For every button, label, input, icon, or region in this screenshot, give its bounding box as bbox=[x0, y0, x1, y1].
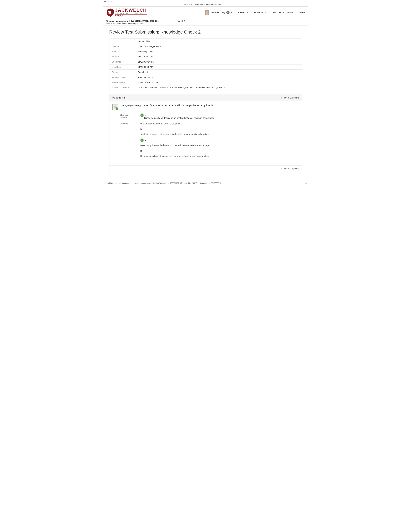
breadcrumb-course[interactable]: Financial Management II JWI531006JWONL-1… bbox=[106, 20, 159, 22]
svg-point-6 bbox=[206, 11, 208, 13]
question-block-1: Question 1 0.4 out of 0.4 points The syn… bbox=[109, 94, 302, 172]
info-row: Attempt Score 4 out of 4 points bbox=[109, 75, 302, 80]
info-row-label: Due Date bbox=[109, 65, 135, 70]
user-dropdown-arrow[interactable]: ▼ bbox=[231, 11, 233, 13]
info-row: Test Knowledge Check 2 bbox=[109, 49, 302, 54]
svg-rect-0 bbox=[108, 11, 108, 14]
option-a-text: a. Improves the quality of its products bbox=[143, 122, 180, 125]
info-row: Submitted 11/1/20 10:20 PM bbox=[109, 59, 302, 65]
question-points-1: 0.4 out of 0.4 points bbox=[280, 96, 299, 99]
info-row-label: User bbox=[109, 39, 135, 44]
svg-rect-3 bbox=[110, 11, 111, 14]
info-row: Course Financial Management II bbox=[109, 44, 302, 49]
submission-info-card: User Nathaniel Craig Course Financial Ma… bbox=[109, 38, 302, 90]
main-content: Review Test Submission: Knowledge Check … bbox=[103, 26, 308, 180]
nav-right: Nathaniel Craig 48 ▼ iCAMPUS RESOURCES G… bbox=[205, 10, 305, 15]
nav-icampus[interactable]: iCAMPUS bbox=[237, 11, 248, 14]
footer-page-indicator: 1/4 bbox=[304, 182, 307, 184]
header: JACKWELCH MANAGEMENT INSTITUTE MyJWMI Na… bbox=[103, 7, 308, 18]
info-row-value: 11/1/20 10:20 PM bbox=[135, 59, 302, 65]
breadcrumb-area: Financial Management II JWI531006JWONL-1… bbox=[103, 18, 308, 26]
bottom-score-1: 0.4 out of 0.4 points bbox=[109, 165, 302, 172]
selected-answer-row: SelectedAnswer: ✓ C. Bases acquisitions … bbox=[120, 114, 299, 119]
myjwmi-label: MyJWMI bbox=[115, 14, 147, 17]
info-row: Time Elapsed 7 minutes out of 1 hour bbox=[109, 80, 302, 85]
shield-icon bbox=[106, 8, 114, 17]
answer-option-c: ✓ C. Bases acquisitions decisions on cos… bbox=[140, 139, 211, 147]
info-row-value: 4 out of 4 points bbox=[135, 75, 302, 80]
nav-get-registered[interactable]: GET REGISTERED bbox=[273, 11, 293, 14]
footer-url-bar: https://blackboard.strayer.edu/webapps/a… bbox=[103, 181, 308, 185]
browser-date: 11/29/2020 bbox=[103, 0, 308, 3]
selected-answer-label: SelectedAnswer: bbox=[120, 114, 137, 119]
question-title-1: Question 1 bbox=[112, 96, 125, 99]
nav-saab[interactable]: SAAB bbox=[299, 11, 305, 14]
selected-answer-text: Bases acquisitions decisions on cost red… bbox=[144, 117, 215, 119]
info-row-value: All Answers, Submitted Answers, Correct … bbox=[135, 85, 302, 90]
question-text-1: The synergy strategy is one of the most … bbox=[120, 104, 213, 107]
svg-rect-2 bbox=[109, 11, 110, 14]
question-text-row: The synergy strategy is one of the most … bbox=[112, 104, 299, 110]
info-row-label: Submitted bbox=[109, 59, 135, 65]
info-row: Status Completed bbox=[109, 70, 302, 75]
option-d-row: D. bbox=[140, 150, 211, 152]
info-row-label: Course bbox=[109, 44, 135, 49]
selected-answer-value: ✓ C. Bases acquisitions decisions on cos… bbox=[140, 114, 215, 119]
info-row-value: 7 minutes out of 1 hour bbox=[135, 80, 302, 85]
option-a-letter: A. bbox=[140, 122, 142, 124]
info-row-label: Started bbox=[109, 54, 135, 59]
nav-links: iCAMPUS RESOURCES GET REGISTERED SAAB bbox=[237, 11, 305, 14]
nav-resources[interactable]: RESOURCES bbox=[253, 11, 268, 14]
info-row-value: Knowledge Check 2 bbox=[135, 49, 302, 54]
breadcrumb-sub: Review Test Submission: Knowledge Check … bbox=[106, 23, 305, 25]
option-b-letter: B. bbox=[140, 128, 142, 131]
option-b-text: Seeks to acquire businesses outside of i… bbox=[140, 133, 211, 136]
info-row: Due Date 11/2/20 9:00 AM bbox=[109, 65, 302, 70]
info-row-value: Completed bbox=[135, 70, 302, 75]
check-box-icon bbox=[112, 104, 118, 110]
info-row-label: Status bbox=[109, 70, 135, 75]
option-d-letter: D. bbox=[140, 150, 143, 152]
question-header-1: Question 1 0.4 out of 0.4 points bbox=[109, 94, 302, 101]
option-d-text: Bases acquisitions decisions on revenue … bbox=[140, 155, 211, 158]
logo-sub: MANAGEMENT INSTITUTE bbox=[115, 12, 147, 14]
option-c-letter: C. bbox=[145, 139, 147, 141]
info-row: Results Displayed All Answers, Submitted… bbox=[109, 85, 302, 90]
info-row: User Nathaniel Craig bbox=[109, 39, 302, 44]
user-badge: 48 bbox=[226, 11, 230, 14]
info-row-label: Attempt Score bbox=[109, 75, 135, 80]
selected-answer-letter: C. bbox=[145, 114, 147, 116]
answer-section-1: SelectedAnswer: ✓ C. Bases acquisitions … bbox=[120, 114, 299, 160]
answers-label: Answers: bbox=[120, 122, 137, 160]
answer-option-a: A. a. Improves the quality of its produc… bbox=[140, 122, 211, 125]
answer-option-d: D. Bases acquisitions decisions on reven… bbox=[140, 150, 211, 158]
option-c-correct-icon: ✓ bbox=[140, 139, 144, 142]
svg-rect-4 bbox=[108, 11, 111, 12]
logo-area[interactable]: JACKWELCH MANAGEMENT INSTITUTE MyJWMI bbox=[106, 8, 147, 17]
option-b-row: B. bbox=[140, 128, 211, 131]
breadcrumb-week: Week 4 bbox=[178, 20, 185, 22]
info-row-label: Test bbox=[109, 49, 135, 54]
logo-text: JACKWELCH bbox=[115, 8, 147, 12]
page-title: Review Test Submission: Knowledge Check … bbox=[109, 29, 302, 35]
info-row-value: Nathaniel Craig bbox=[135, 39, 302, 44]
correct-answer-dot: ✓ bbox=[140, 114, 144, 117]
option-a-row: A. a. Improves the quality of its produc… bbox=[140, 122, 211, 125]
answer-option-b: B. Seeks to acquire businesses outside o… bbox=[140, 128, 211, 136]
user-name: Nathaniel Craig bbox=[211, 11, 225, 14]
footer-url-text: https://blackboard.strayer.edu/webapps/a… bbox=[104, 182, 223, 184]
browser-title: Review Test Submission: Knowledge Check … bbox=[103, 3, 308, 7]
avatar bbox=[205, 10, 209, 15]
option-c-text: Bases acquisitions decisions on cost red… bbox=[140, 144, 211, 147]
info-row-value: 11/2/20 9:00 AM bbox=[135, 65, 302, 70]
submission-info-table: User Nathaniel Craig Course Financial Ma… bbox=[109, 39, 302, 90]
question-status-icon bbox=[112, 104, 119, 110]
info-row-label: Results Displayed bbox=[109, 85, 135, 90]
all-answers-list: A. a. Improves the quality of its produc… bbox=[140, 122, 211, 160]
question-body-1: The synergy strategy is one of the most … bbox=[109, 101, 302, 165]
user-area: Nathaniel Craig 48 ▼ bbox=[205, 10, 233, 15]
info-row-label: Time Elapsed bbox=[109, 80, 135, 85]
option-c-row: ✓ C. bbox=[140, 139, 211, 142]
breadcrumb-row: Financial Management II JWI531006JWONL-1… bbox=[106, 20, 305, 22]
info-row-value: Financial Management II bbox=[135, 44, 302, 49]
